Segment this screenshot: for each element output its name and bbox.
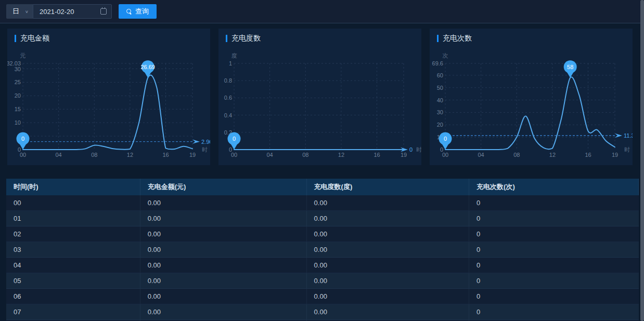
x-axis-tick-label: 19 — [612, 152, 618, 158]
table-cell: 0 — [469, 226, 639, 242]
search-icon — [126, 9, 132, 15]
table-row: 030.000.000 — [6, 242, 639, 258]
table-cell: 0.00 — [307, 258, 470, 273]
x-axis-tick-label: 04 — [478, 152, 484, 158]
table-header-cell: 充电次数(次) — [469, 179, 639, 195]
x-axis-tick-label: 04 — [267, 152, 273, 158]
table-row: 040.000.000 — [6, 258, 639, 273]
table-row: 050.000.000 — [6, 273, 639, 289]
chart-title: 充电次数 — [430, 29, 633, 43]
x-axis-tick-label: 08 — [302, 152, 308, 158]
table-cell: 0.00 — [140, 195, 307, 211]
pin-marker-label: 0 — [444, 136, 447, 142]
table-cell: 02 — [6, 226, 140, 242]
chart-canvas-count[interactable]: 次010203040506069.600040812161911.3时058 — [430, 42, 633, 165]
table-cell: 0 — [469, 304, 639, 320]
y-axis-tick-label: 0.6 — [224, 95, 232, 101]
average-arrow-icon — [615, 133, 622, 138]
pin-marker-label: 26.69 — [140, 64, 155, 70]
table-cell: 0.00 — [307, 211, 470, 226]
chart-title: 充电度数 — [218, 29, 421, 43]
table-cell: 0.00 — [307, 242, 470, 258]
x-axis-tick-label: 16 — [162, 152, 169, 158]
table-cell: 0.00 — [140, 289, 307, 304]
y-axis-tick-label: 0.8 — [224, 77, 232, 84]
table-row: 060.000.000 — [6, 289, 639, 304]
average-value-label: 0 — [409, 146, 413, 153]
title-accent-bar — [15, 35, 16, 42]
query-button[interactable]: 查询 — [119, 4, 157, 19]
table-cell: 0.00 — [307, 289, 470, 304]
table-cell: 0.00 — [140, 226, 307, 242]
y-axis-tick-label: 10 — [15, 119, 21, 126]
table-body: 000.000.000010.000.000020.000.000030.000… — [6, 195, 639, 321]
y-axis-tick-label: 25 — [15, 79, 21, 85]
pin-marker-label: 0 — [233, 136, 236, 142]
table-cell: 0.00 — [140, 211, 307, 226]
table-cell: 0.00 — [140, 304, 307, 320]
table-cell: 05 — [6, 273, 140, 289]
average-value-label: 2.96 — [201, 139, 210, 145]
y-axis-tick-label: 1 — [229, 60, 232, 66]
y-axis-tick-label: 15 — [15, 106, 21, 112]
period-select[interactable]: 日 ∨ — [6, 4, 33, 19]
table-cell: 0 — [469, 242, 639, 258]
table-cell: 06 — [6, 289, 140, 304]
x-axis-tick-label: 08 — [513, 152, 520, 158]
table-header-cell: 时间(时) — [6, 179, 140, 195]
title-accent-bar — [437, 35, 439, 42]
average-value-label: 11.3 — [624, 132, 633, 139]
vertical-scrollbar[interactable] — [640, 0, 644, 321]
y-axis-max-label: 69.6 — [432, 60, 443, 66]
y-axis-tick-label: 20 — [437, 122, 443, 128]
y-axis-unit-label: 元 — [20, 52, 26, 59]
query-toolbar: 日 ∨ 2021-02-20 查询 — [0, 0, 644, 23]
y-axis-tick-label: 0.4 — [224, 112, 232, 118]
chart-panel-count: 充电次数 次010203040506069.600040812161911.3时… — [430, 29, 633, 165]
date-input[interactable]: 2021-02-20 — [33, 4, 112, 19]
y-axis-unit-label: 度 — [231, 52, 237, 59]
table-cell: 01 — [6, 211, 140, 226]
table-row: 010.000.000 — [6, 211, 639, 226]
table-row: 000.000.000 — [6, 195, 639, 211]
table-row: 070.000.000 — [6, 304, 639, 320]
x-axis-tick-label: 00 — [231, 152, 237, 158]
chart-canvas-amount[interactable]: 元05101520253032.030004081216192.96时026.6… — [7, 42, 210, 165]
title-accent-bar — [226, 35, 227, 42]
period-select-value: 日 — [12, 7, 19, 16]
chart-canvas-energy[interactable]: 度00.20.40.60.810004081216190时0 — [218, 42, 421, 165]
x-axis-tick-label: 19 — [401, 152, 407, 158]
table-cell: 0.00 — [307, 304, 470, 320]
x-axis-name: 时 — [202, 146, 208, 153]
pin-marker-label: 58 — [567, 64, 573, 70]
table-cell: 07 — [6, 304, 140, 320]
table-cell: 0 — [469, 195, 639, 211]
query-button-label: 查询 — [135, 7, 149, 16]
y-axis-tick-label: 40 — [437, 97, 443, 103]
x-axis-tick-label: 00 — [442, 152, 448, 158]
chart-panel-amount: 充电金额 元05101520253032.030004081216192.96时… — [7, 29, 210, 165]
x-axis-tick-label: 16 — [373, 152, 380, 158]
x-axis-tick-label: 12 — [127, 152, 133, 158]
x-axis-tick-label: 00 — [20, 152, 26, 158]
y-axis-max-label: 32.03 — [7, 60, 21, 66]
chart-panel-energy: 充电度数 度00.20.40.60.810004081216190时0 — [218, 29, 421, 165]
hourly-data-table: 时间(时)充电金额(元)充电度数(度)充电次数(次) 000.000.00001… — [6, 179, 639, 321]
x-axis-name: 时 — [624, 146, 630, 153]
table-cell: 0 — [469, 289, 639, 304]
y-axis-tick-label: 60 — [437, 72, 443, 78]
series-line — [23, 75, 192, 150]
average-arrow-icon — [192, 139, 200, 143]
table-cell: 0.00 — [140, 258, 307, 273]
y-axis-unit-label: 次 — [443, 52, 448, 59]
x-axis-tick-label: 08 — [91, 152, 97, 158]
x-axis-tick-label: 04 — [56, 152, 62, 158]
pin-marker-label: 0 — [21, 136, 24, 142]
y-axis-tick-label: 30 — [15, 66, 21, 72]
x-axis-tick-label: 16 — [585, 152, 591, 158]
chart-title: 充电金额 — [7, 29, 210, 43]
table-row: 020.000.000 — [6, 226, 639, 242]
y-axis-tick-label: 20 — [15, 92, 21, 99]
table-cell: 04 — [6, 258, 140, 273]
y-axis-tick-label: 50 — [437, 85, 443, 91]
